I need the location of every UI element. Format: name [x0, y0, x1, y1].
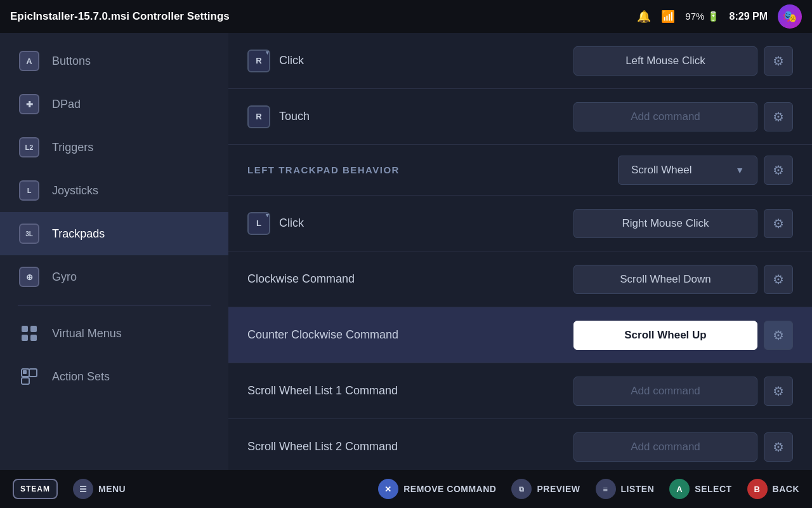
- row-scroll-list-2: Scroll Wheel List 2 Command Add command …: [228, 419, 812, 470]
- click-main-gear[interactable]: ⚙: [764, 209, 793, 238]
- clockwise-label: Clockwise Command: [247, 272, 573, 286]
- main-layout: A Buttons ✚ DPad L2 Triggers L Joysticks…: [0, 33, 812, 470]
- click-main-btn[interactable]: Right Mouse Click: [573, 209, 757, 238]
- virtual-menus-icon: [18, 322, 41, 345]
- sidebar-item-triggers[interactable]: L2 Triggers: [0, 126, 228, 169]
- gyro-icon: ⊕: [18, 265, 41, 288]
- b-icon: B: [747, 479, 768, 499]
- scroll-list-1-gear[interactable]: ⚙: [764, 377, 793, 406]
- buttons-icon: A: [18, 50, 41, 72]
- menu-label: MENU: [98, 484, 126, 494]
- sidebar-item-dpad[interactable]: ✚ DPad: [0, 83, 228, 126]
- dropdown-arrow-icon: ▼: [735, 165, 744, 175]
- remove-command-button[interactable]: ✕ REMOVE COMMAND: [378, 479, 496, 499]
- remove-label: REMOVE COMMAND: [403, 484, 496, 494]
- back-button[interactable]: B BACK: [747, 479, 799, 499]
- counter-clockwise-btn[interactable]: Scroll Wheel Up: [573, 321, 757, 350]
- sidebar-item-joysticks[interactable]: L Joysticks: [0, 169, 228, 212]
- scroll-list-1-label: Scroll Wheel List 1 Command: [247, 384, 573, 398]
- steam-icon: STEAM: [13, 479, 58, 499]
- battery-status: 97% 🔋: [685, 11, 719, 22]
- row-touch: R Touch Add command ⚙: [228, 89, 812, 145]
- scroll-list-2-btn[interactable]: Add command: [573, 432, 757, 462]
- row-counter-clockwise: Counter Clockwise Command Scroll Wheel U…: [228, 307, 812, 363]
- svg-rect-7: [22, 378, 29, 384]
- svg-rect-2: [22, 335, 28, 341]
- select-button[interactable]: A SELECT: [669, 479, 731, 499]
- clockwise-gear[interactable]: ⚙: [764, 265, 793, 294]
- bell-icon: 🔔: [637, 10, 651, 23]
- menu-button[interactable]: ☰ MENU: [73, 479, 126, 499]
- sidebar-label-action-sets: Action Sets: [52, 370, 110, 384]
- scroll-list-1-btn[interactable]: Add command: [573, 377, 757, 406]
- sidebar-item-buttons[interactable]: A Buttons: [0, 39, 228, 83]
- svg-rect-5: [23, 370, 27, 374]
- sidebar-label-buttons: Buttons: [52, 55, 91, 68]
- click-main-label: L▼ Click: [247, 212, 573, 235]
- listen-label: LISTEN: [621, 484, 655, 494]
- action-sets-icon: [18, 365, 41, 388]
- svg-rect-3: [30, 335, 37, 341]
- sidebar-label-triggers: Triggers: [52, 141, 93, 154]
- select-label: SELECT: [695, 484, 731, 494]
- counter-clockwise-gear[interactable]: ⚙: [764, 321, 793, 350]
- section-header: LEFT TRACKPAD BEHAVIOR Scroll Wheel ▼ ⚙: [228, 145, 812, 196]
- bottombar: STEAM ☰ MENU ✕ REMOVE COMMAND ⧉ PREVIEW …: [0, 470, 812, 508]
- listen-icon: ≡: [596, 479, 616, 499]
- section-gear[interactable]: ⚙: [764, 156, 793, 185]
- sidebar-item-virtual-menus[interactable]: Virtual Menus: [0, 312, 228, 355]
- preview-icon: ⧉: [511, 479, 532, 499]
- r-badge-2: R: [247, 105, 270, 128]
- sidebar-item-trackpads[interactable]: 3L Trackpads: [0, 212, 228, 255]
- triggers-icon: L2: [18, 136, 41, 159]
- sidebar: A Buttons ✚ DPad L2 Triggers L Joysticks…: [0, 33, 228, 470]
- trackpads-icon: 3L: [18, 222, 41, 245]
- touch-label: R Touch: [247, 105, 573, 128]
- sidebar-label-dpad: DPad: [52, 98, 81, 111]
- svg-rect-6: [29, 369, 37, 377]
- counter-clockwise-label: Counter Clockwise Command: [247, 328, 573, 342]
- touch-gear[interactable]: ⚙: [764, 102, 793, 131]
- sidebar-item-gyro[interactable]: ⊕ Gyro: [0, 255, 228, 298]
- back-label: BACK: [773, 484, 799, 494]
- dpad-icon: ✚: [18, 93, 41, 116]
- topbar: EpicInstaller-15.7.0.msi Controller Sett…: [0, 0, 812, 33]
- sidebar-label-joysticks: Joysticks: [52, 184, 98, 197]
- scroll-list-2-gear[interactable]: ⚙: [764, 432, 793, 462]
- topbar-right: 🔔 📶 97% 🔋 8:29 PM 🎭: [637, 4, 802, 29]
- listen-button[interactable]: ≡ LISTEN: [596, 479, 655, 499]
- click-top-btn[interactable]: Left Mouse Click: [573, 46, 757, 76]
- touch-btn[interactable]: Add command: [573, 102, 757, 131]
- sidebar-label-trackpads: Trackpads: [52, 227, 105, 241]
- avatar[interactable]: 🎭: [778, 4, 802, 29]
- clock: 8:29 PM: [730, 11, 768, 22]
- click-top-label: R▼ Click: [247, 50, 573, 72]
- trackpad-behavior-dropdown[interactable]: Scroll Wheel ▼: [618, 156, 757, 185]
- sidebar-divider: [18, 305, 211, 305]
- click-top-gear[interactable]: ⚙: [764, 46, 793, 76]
- r-badge: R▼: [247, 50, 270, 72]
- menu-icon: ☰: [73, 479, 93, 499]
- row-scroll-list-1: Scroll Wheel List 1 Command Add command …: [228, 363, 812, 419]
- sidebar-label-virtual-menus: Virtual Menus: [52, 327, 122, 340]
- svg-rect-0: [22, 326, 28, 332]
- row-click-main: L▼ Click Right Mouse Click ⚙: [228, 196, 812, 251]
- window-title: EpicInstaller-15.7.0.msi Controller Sett…: [10, 10, 230, 23]
- clockwise-btn[interactable]: Scroll Wheel Down: [573, 265, 757, 294]
- content-area: R▼ Click Left Mouse Click ⚙ R Touch Add …: [228, 33, 812, 470]
- section-header-label: LEFT TRACKPAD BEHAVIOR: [247, 164, 618, 175]
- steam-button[interactable]: STEAM: [13, 479, 58, 499]
- row-clockwise: Clockwise Command Scroll Wheel Down ⚙: [228, 251, 812, 307]
- svg-rect-1: [30, 326, 37, 332]
- signal-icon: 📶: [661, 10, 675, 23]
- sidebar-item-action-sets[interactable]: Action Sets: [0, 355, 228, 398]
- a-icon: A: [669, 479, 690, 499]
- row-click-top: R▼ Click Left Mouse Click ⚙: [228, 33, 812, 89]
- joysticks-icon: L: [18, 179, 41, 202]
- preview-button[interactable]: ⧉ PREVIEW: [511, 479, 580, 499]
- x-icon: ✕: [378, 479, 398, 499]
- l-badge: L▼: [247, 212, 270, 235]
- scroll-list-2-label: Scroll Wheel List 2 Command: [247, 440, 573, 453]
- sidebar-label-gyro: Gyro: [52, 271, 77, 284]
- preview-label: PREVIEW: [537, 484, 580, 494]
